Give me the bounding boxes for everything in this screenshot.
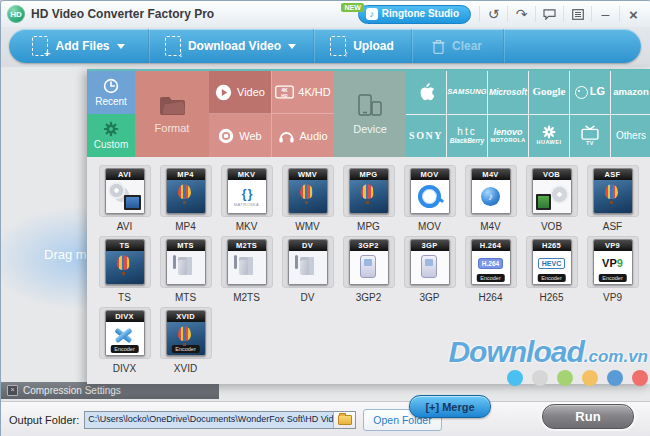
brand-apple[interactable] (406, 71, 446, 114)
new-badge: NEW (341, 3, 363, 12)
undo-icon[interactable]: ↺ (479, 6, 507, 22)
tab-format[interactable]: Format (135, 71, 209, 157)
upload-button[interactable]: Upload (313, 29, 411, 63)
format-item-3gp[interactable]: 3GP 3GP (399, 236, 460, 307)
huawei-flower-icon (542, 125, 556, 139)
format-item-vp9[interactable]: VP9 VP9 Encoder VP9 (582, 236, 643, 307)
mkv-file-icon: MKV MATROSKA (227, 168, 267, 214)
format-label: H265 (540, 292, 564, 303)
brand-label: htc (457, 127, 476, 138)
ringtone-studio-button[interactable]: ♪ Ringtone Studio (358, 5, 471, 24)
minimize-button[interactable]: – (591, 6, 619, 22)
format-item-divx[interactable]: DIVX Encoder DIVX (94, 307, 155, 378)
divx-file-icon: DIVX Encoder (105, 310, 145, 356)
format-item-3gp2[interactable]: 3GP2 3GP2 (338, 236, 399, 307)
run-button[interactable]: Run (542, 404, 634, 429)
brand-lenovo-motorola[interactable]: lenovo MOTOROLA (488, 115, 528, 158)
format-item-ts[interactable]: TS TS (94, 236, 155, 307)
tab-audio[interactable]: Audio (271, 114, 334, 157)
feedback-icon[interactable] (535, 6, 563, 22)
play-icon (215, 84, 232, 101)
folder-icon (338, 415, 352, 425)
brand-tv[interactable]: TV (570, 115, 610, 158)
add-file-icon (32, 36, 48, 56)
format-label: MKV (236, 221, 258, 232)
format-label: ASF (603, 221, 622, 232)
menu-list-icon[interactable] (563, 6, 591, 22)
format-label: WMV (295, 221, 319, 232)
encoder-label: Encoder (171, 345, 200, 353)
format-item-mov[interactable]: MOV MOV (399, 165, 460, 236)
format-item-mkv[interactable]: MKV MATROSKA MKV (216, 165, 277, 236)
format-label: XVID (174, 363, 197, 374)
encoder-label: Encoder (537, 274, 566, 282)
device-icon (357, 93, 383, 117)
brand-google[interactable]: Google (529, 71, 569, 114)
browser-icon (218, 128, 234, 144)
brand-amazon[interactable]: amazon (611, 71, 650, 114)
output-path-value[interactable]: C:\Users\locko\OneDrive\Documents\Wonder… (85, 412, 333, 428)
tab-recent[interactable]: Recent (87, 71, 135, 114)
brand-huawei[interactable]: HUAWEI (529, 115, 569, 158)
app-logo-icon: HD (7, 5, 25, 23)
ringtone-icon: ♪ (366, 8, 378, 20)
format-item-mp4[interactable]: MP4 MP4 (155, 165, 216, 236)
brand-samsung[interactable]: SAMSUNG (447, 71, 487, 114)
format-item-m2ts[interactable]: M2TS M2TS (216, 236, 277, 307)
xvid-file-icon: XVID Encoder (166, 310, 206, 356)
format-item-dv[interactable]: DV DV (277, 236, 338, 307)
format-item-m4v[interactable]: M4V M4V (460, 165, 521, 236)
upload-label: Upload (353, 39, 394, 53)
format-item-h264[interactable]: H.264 H.264 Encoder H264 (460, 236, 521, 307)
format-item-xvid[interactable]: XVID Encoder XVID (155, 307, 216, 378)
encoder-label: Encoder (598, 274, 627, 282)
4k-badge-icon: 4KHD (275, 85, 294, 99)
format-item-avi[interactable]: AVI AVI (94, 165, 155, 236)
matroska-label: MATROSKA (234, 202, 259, 207)
svg-text:4K: 4K (282, 87, 289, 93)
tv-icon (581, 125, 599, 140)
tab-device[interactable]: Device (334, 71, 406, 157)
format-item-h265[interactable]: H265 HEVC Encoder H265 (521, 236, 582, 307)
brand-sublabel: BlackBerry (450, 138, 484, 145)
brand-label: amazon (613, 87, 648, 97)
format-item-wmv[interactable]: WMV WMV (277, 165, 338, 236)
add-files-button[interactable]: Add Files (9, 29, 148, 63)
clear-label: Clear (452, 39, 482, 53)
compression-settings-bar[interactable]: × Compression Settings (1, 382, 219, 399)
chevron-down-icon (288, 44, 296, 49)
format-label: M2TS (233, 292, 260, 303)
format-item-vob[interactable]: VOB VOB (521, 165, 582, 236)
brand-htc-blackberry[interactable]: htc BlackBerry (447, 115, 487, 158)
format-item-asf[interactable]: ASF ASF (582, 165, 643, 236)
compression-settings-icon: × (7, 385, 18, 396)
clear-button[interactable]: Clear (411, 29, 503, 63)
brand-sublabel: MOTOROLA (490, 138, 525, 144)
brand-lg[interactable]: LG (570, 71, 610, 114)
format-item-mts[interactable]: MTS MTS (155, 236, 216, 307)
brand-microsoft[interactable]: Microsoft (488, 71, 528, 114)
share-icon[interactable]: ↷ (507, 6, 535, 22)
tab-video[interactable]: Video (209, 71, 271, 114)
close-button[interactable]: × (619, 6, 650, 22)
merge-button[interactable]: [+] Merge (409, 395, 491, 418)
brand-label: SAMSUNG (447, 88, 487, 96)
headphones-icon (278, 128, 295, 143)
h264-badge: H.264 (479, 259, 502, 268)
brand-sony[interactable]: SONY (406, 115, 446, 158)
format-item-mpg[interactable]: MPG MPG (338, 165, 399, 236)
brand-others[interactable]: Others (611, 115, 650, 158)
tab-custom[interactable]: Custom (87, 114, 135, 157)
format-grid: AVI AVI MP4 MP4 MKV MATROSKA MKV WMV (87, 157, 650, 378)
brand-label: SONY (409, 131, 443, 142)
dv-file-icon: DV (288, 239, 328, 285)
h264-file-icon: H.264 H.264 Encoder (471, 239, 511, 285)
tab-web[interactable]: Web (209, 114, 271, 157)
browse-folder-button[interactable] (333, 412, 355, 428)
format-label: AVI (117, 221, 132, 232)
m4v-file-icon: M4V (471, 168, 511, 214)
3gp2-file-icon: 3GP2 (349, 239, 389, 285)
download-video-button[interactable]: Download Video (148, 29, 313, 63)
output-path-field[interactable]: C:\Users\locko\OneDrive\Documents\Wonder… (84, 411, 356, 429)
tab-4k-hd[interactable]: 4KHD 4K/HD (271, 71, 334, 114)
